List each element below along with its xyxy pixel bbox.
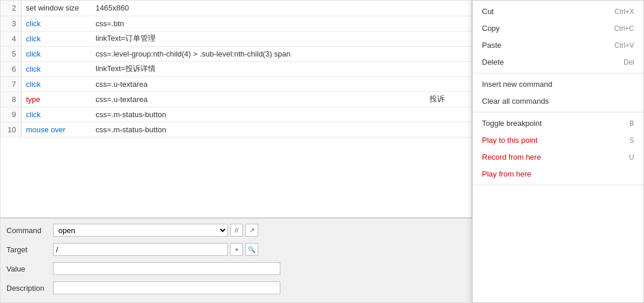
table-row[interactable]: 7clickcss=.u-textarea bbox=[1, 76, 471, 91]
delete-shortcut: Del bbox=[624, 58, 634, 66]
table-row[interactable]: 4clicklinkText=订单管理 bbox=[1, 31, 471, 46]
table-row[interactable]: 10mouse overcss=.m-status-button bbox=[1, 122, 471, 137]
open-icon-btn[interactable]: ↗ bbox=[245, 224, 258, 237]
row-target: linkText=订单管理 bbox=[91, 31, 425, 46]
row-target: css=.u-textarea bbox=[91, 76, 425, 91]
row-target: css=.m-status-button bbox=[91, 122, 425, 137]
command-input-wrap: open // ↗ bbox=[53, 224, 258, 237]
row-num: 10 bbox=[1, 122, 21, 137]
row-value bbox=[425, 122, 471, 137]
row-command: set window size bbox=[21, 1, 91, 16]
delete-label: Delete bbox=[482, 58, 504, 66]
copy-label: Copy bbox=[482, 24, 499, 33]
target-input-wrap: ⌖ 🔍 bbox=[53, 243, 258, 256]
row-command: click bbox=[21, 107, 91, 122]
row-num: 9 bbox=[1, 107, 21, 122]
row-num: 6 bbox=[1, 61, 21, 76]
menu-section-2: Insert new command Clear all commands bbox=[473, 73, 643, 112]
menu-item-cut[interactable]: Cut Ctrl+X bbox=[473, 3, 643, 20]
row-command: click bbox=[21, 16, 91, 31]
row-target: linkText=投诉详情 bbox=[91, 61, 425, 76]
row-num: 8 bbox=[1, 91, 21, 107]
description-label: Description bbox=[6, 284, 53, 293]
insert-command-label: Insert new command bbox=[482, 80, 552, 89]
menu-item-insert-command[interactable]: Insert new command bbox=[473, 76, 643, 93]
table-row[interactable]: 2set window size1465x860 bbox=[1, 1, 471, 16]
play-from-here-label: Play from here bbox=[482, 170, 532, 178]
table-row[interactable]: 5clickcss=.level-group:nth-child(4) > .s… bbox=[1, 46, 471, 61]
play-to-point-label: Play to this point bbox=[482, 136, 537, 145]
row-num: 2 bbox=[1, 1, 21, 16]
row-command: type bbox=[21, 91, 91, 107]
cut-shortcut: Ctrl+X bbox=[614, 8, 634, 16]
command-table: 2set window size1465x8603clickcss=.btn4c… bbox=[1, 1, 471, 138]
command-row: Command open // ↗ bbox=[6, 222, 467, 238]
row-target: 1465x860 bbox=[91, 1, 425, 16]
row-command: mouse over bbox=[21, 122, 91, 137]
paste-label: Paste bbox=[482, 41, 501, 50]
row-target: css=.level-group:nth-child(4) > .sub-lev… bbox=[91, 46, 425, 61]
row-target: css=.m-status-button bbox=[91, 107, 425, 122]
cut-label: Cut bbox=[482, 7, 494, 16]
value-input[interactable] bbox=[53, 262, 280, 275]
command-label: Command bbox=[6, 226, 53, 235]
row-value bbox=[425, 1, 471, 16]
row-command: click bbox=[21, 31, 91, 46]
row-value bbox=[425, 107, 471, 122]
row-value bbox=[425, 31, 471, 46]
description-input[interactable] bbox=[53, 281, 280, 294]
menu-item-toggle-breakpoint[interactable]: Toggle breakpoint B bbox=[473, 115, 643, 132]
menu-item-copy[interactable]: Copy Ctrl+C bbox=[473, 20, 643, 37]
table-row[interactable]: 3clickcss=.btn bbox=[1, 16, 471, 31]
record-from-here-label: Record from here bbox=[482, 153, 541, 161]
form-area: Command open // ↗ Target ⌖ 🔍 Value Descr… bbox=[1, 217, 473, 302]
row-target: css=.btn bbox=[91, 16, 425, 31]
row-command: click bbox=[21, 61, 91, 76]
row-value bbox=[425, 61, 471, 76]
menu-item-play-to-point[interactable]: Play to this point S bbox=[473, 132, 643, 149]
command-table-container: 2set window size1465x8603clickcss=.btn4c… bbox=[1, 1, 471, 152]
target-row: Target ⌖ 🔍 bbox=[6, 241, 467, 258]
target-label: Target bbox=[6, 245, 53, 254]
row-value bbox=[425, 76, 471, 91]
value-row: Value bbox=[6, 260, 467, 277]
play-to-point-shortcut: S bbox=[629, 136, 634, 145]
row-value bbox=[425, 16, 471, 31]
menu-item-play-from-here[interactable]: Play from here bbox=[473, 165, 643, 182]
menu-item-paste[interactable]: Paste Ctrl+V bbox=[473, 37, 643, 54]
paste-shortcut: Ctrl+V bbox=[614, 41, 634, 50]
row-value bbox=[425, 46, 471, 61]
context-menu: Cut Ctrl+X Copy Ctrl+C Paste Ctrl+V Dele… bbox=[472, 0, 644, 303]
row-num: 7 bbox=[1, 76, 21, 91]
pick-target-btn[interactable]: ⌖ bbox=[230, 243, 243, 256]
menu-item-record-from-here[interactable]: Record from here U bbox=[473, 149, 643, 165]
table-row[interactable]: 8typecss=.u-textarea投诉 bbox=[1, 91, 471, 107]
table-row[interactable]: 6clicklinkText=投诉详情 bbox=[1, 61, 471, 76]
menu-section-3: Toggle breakpoint B Play to this point S… bbox=[473, 112, 643, 185]
menu-item-clear-commands[interactable]: Clear all commands bbox=[473, 93, 643, 110]
row-num: 4 bbox=[1, 31, 21, 46]
row-command: click bbox=[21, 76, 91, 91]
description-row: Description bbox=[6, 280, 467, 296]
row-num: 5 bbox=[1, 46, 21, 61]
comment-icon-btn[interactable]: // bbox=[230, 224, 243, 237]
clear-commands-label: Clear all commands bbox=[482, 97, 549, 105]
row-num: 3 bbox=[1, 16, 21, 31]
row-target: css=.u-textarea bbox=[91, 91, 425, 107]
main-panel: 2set window size1465x8603clickcss=.btn4c… bbox=[0, 0, 472, 303]
search-target-btn[interactable]: 🔍 bbox=[245, 243, 258, 256]
row-command: click bbox=[21, 46, 91, 61]
target-input[interactable] bbox=[53, 243, 228, 256]
value-label: Value bbox=[6, 265, 53, 273]
row-value: 投诉 bbox=[425, 91, 471, 107]
table-row[interactable]: 9clickcss=.m-status-button bbox=[1, 107, 471, 122]
copy-shortcut: Ctrl+C bbox=[614, 24, 634, 33]
record-from-here-shortcut: U bbox=[629, 153, 634, 161]
command-select[interactable]: open bbox=[53, 224, 228, 237]
menu-item-delete[interactable]: Delete Del bbox=[473, 54, 643, 71]
menu-section-1: Cut Ctrl+X Copy Ctrl+C Paste Ctrl+V Dele… bbox=[473, 1, 643, 73]
toggle-breakpoint-label: Toggle breakpoint bbox=[482, 119, 542, 128]
toggle-breakpoint-shortcut: B bbox=[629, 119, 634, 128]
